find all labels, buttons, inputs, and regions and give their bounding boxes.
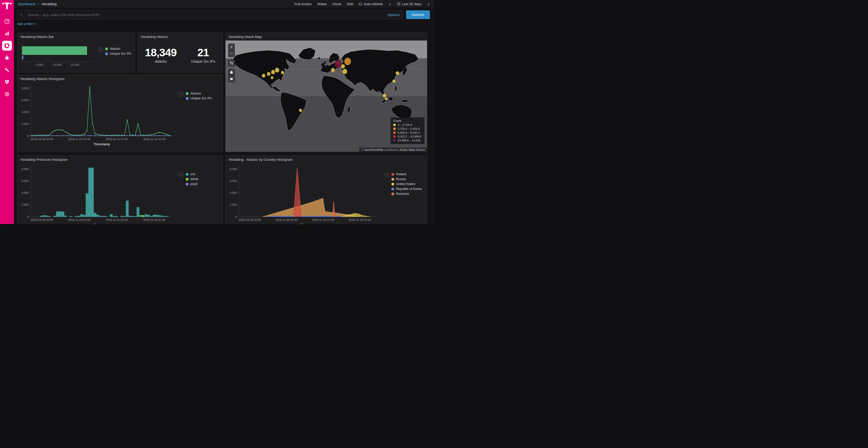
- map-polygon-tool-button[interactable]: [228, 69, 235, 76]
- add-filter-link[interactable]: Add a filter+: [17, 22, 36, 26]
- map-attack-circle[interactable]: [275, 68, 279, 72]
- map-attack-circle[interactable]: [396, 71, 399, 75]
- svg-text:2018-11-04 01:00: 2018-11-04 01:00: [68, 218, 90, 221]
- sidebar-item-settings[interactable]: [2, 89, 12, 99]
- refresh-button[interactable]: Refresh: [406, 10, 430, 19]
- time-forward-button[interactable]: ›: [427, 2, 430, 6]
- time-range-button[interactable]: Last 30 days: [397, 2, 422, 6]
- attacks-bar-chart[interactable]: 5,00010,00015,000: [20, 42, 96, 69]
- svg-text:10,000: 10,000: [53, 63, 62, 66]
- svg-text:2018-11-11 01:00: 2018-11-11 01:00: [106, 218, 128, 221]
- map-attack-circle[interactable]: [299, 109, 302, 112]
- map-attack-circle[interactable]: [331, 68, 335, 72]
- legend-label: Republic of Korea: [396, 187, 422, 191]
- sidebar-item-health[interactable]: [2, 77, 12, 87]
- legend-item[interactable]: telnet: [186, 177, 198, 181]
- polygon-icon: [230, 70, 233, 74]
- legend-item[interactable]: United States: [392, 182, 422, 186]
- time-back-button[interactable]: ‹: [389, 2, 391, 6]
- legend-dot: [392, 183, 394, 185]
- share-button[interactable]: Share: [317, 2, 327, 6]
- map-attack-circle[interactable]: [271, 70, 275, 74]
- legend-item[interactable]: vnc: [186, 172, 198, 176]
- svg-text:4,000: 4,000: [230, 191, 237, 194]
- svg-text:2018-10-28 02:00: 2018-10-28 02:00: [239, 218, 261, 221]
- map-attack-circle[interactable]: [385, 97, 388, 100]
- clone-button[interactable]: Clone: [332, 2, 341, 6]
- legend-item[interactable]: Romania: [392, 192, 422, 196]
- sidebar-item-dashboards-active[interactable]: [2, 41, 12, 50]
- map-attack-circle[interactable]: [267, 72, 271, 76]
- sidebar-item-attacks[interactable]: [2, 53, 12, 63]
- breadcrumb-current: Heralding: [41, 2, 57, 6]
- legend-dot: [392, 187, 394, 191]
- sidebar-item-tools[interactable]: [2, 65, 12, 75]
- legend-collapse-button[interactable]: ›: [179, 172, 184, 177]
- map-legend-row[interactable]: 10,908.6 – 13,635: [393, 139, 421, 142]
- legend-collapse-button[interactable]: ›: [179, 92, 184, 97]
- map-attack-circle[interactable]: [342, 69, 347, 74]
- map-zoom-in-button[interactable]: +: [228, 44, 235, 50]
- legend-item[interactable]: Republic of Korea: [392, 187, 422, 191]
- svg-text:2018-11-11 01:00: 2018-11-11 01:00: [106, 138, 128, 141]
- legend-label: vnc: [190, 172, 195, 176]
- sidebar-item-charts[interactable]: [2, 29, 12, 38]
- map-attack-circle[interactable]: [262, 74, 265, 78]
- map-legend-range: 3 – 2,729.4: [398, 123, 412, 127]
- search-box: >_ Options: [17, 10, 403, 20]
- auto-refresh-button[interactable]: Auto-refresh: [359, 2, 382, 6]
- map-attack-circle[interactable]: [341, 64, 345, 68]
- map-zoom-out-button[interactable]: −: [228, 50, 235, 57]
- map-legend-dot: [393, 128, 396, 130]
- top-navbar: Dashboard / Heralding Full screen Share …: [14, 0, 434, 8]
- plus-icon: +: [34, 22, 36, 26]
- world-map[interactable]: + −: [225, 40, 427, 152]
- svg-text:2018-11-18 01:00: 2018-11-18 01:00: [143, 138, 165, 141]
- svg-text:2018-11-04 01:00: 2018-11-04 01:00: [275, 218, 298, 221]
- svg-text:6,000: 6,000: [22, 179, 29, 182]
- legend-item[interactable]: Unique Src IPs: [105, 52, 131, 56]
- map-attack-circle[interactable]: [335, 60, 342, 68]
- protocols-histogram-chart[interactable]: 02,0004,0006,0008,0002018-10-28 02:00201…: [18, 163, 176, 224]
- legend-label: Attacks: [110, 47, 120, 50]
- crop-icon: [230, 61, 233, 65]
- legend-item[interactable]: Russia: [392, 177, 422, 181]
- legend-collapse-button[interactable]: ›: [384, 172, 389, 177]
- svg-text:8,000: 8,000: [22, 87, 29, 90]
- map-crop-tool-button[interactable]: [228, 60, 235, 66]
- options-link[interactable]: Options: [388, 13, 400, 17]
- panel-attack-map: Heralding Attack Map: [225, 33, 427, 152]
- openstreetmap-link[interactable]: OpenStreetMap: [364, 148, 383, 151]
- map-legend-row[interactable]: 5,455.8 – 8,182.2: [393, 131, 421, 134]
- country-histogram-chart[interactable]: 02,0004,0006,0008,0002018-10-28 02:00201…: [226, 163, 381, 224]
- panel-title: Heralding Attacks Histogram: [17, 75, 222, 82]
- panel-attacks-histogram: Heralding Attacks Histogram 02,0004,0006…: [17, 75, 223, 152]
- telekom-logo[interactable]: [2, 3, 11, 9]
- attacks-histogram-chart[interactable]: 02,0004,0006,0008,0002018-10-28 02:00201…: [18, 82, 176, 147]
- legend-collapse-button[interactable]: ›: [98, 47, 103, 52]
- search-input[interactable]: [27, 13, 385, 17]
- edit-button[interactable]: Edit: [347, 2, 353, 6]
- map-attack-circle[interactable]: [393, 79, 396, 83]
- full-screen-button[interactable]: Full screen: [294, 2, 312, 6]
- breadcrumb-separator: /: [38, 2, 39, 6]
- legend-item[interactable]: pop3: [186, 182, 198, 186]
- breadcrumb-dashboard-link[interactable]: Dashboard: [18, 2, 35, 6]
- legend-item[interactable]: Attacks: [186, 92, 212, 95]
- map-legend-row[interactable]: 8,182.2 – 10,908.6: [393, 135, 421, 138]
- legend-item[interactable]: Poland: [392, 172, 422, 176]
- map-attack-circle[interactable]: [382, 94, 386, 98]
- svg-text:2018-10-28 02:00: 2018-10-28 02:00: [31, 218, 53, 221]
- map-attack-circle[interactable]: [271, 76, 274, 79]
- legend-item[interactable]: Unique Src IPs: [186, 97, 212, 100]
- map-attack-circle[interactable]: [281, 71, 284, 74]
- map-rectangle-tool-button[interactable]: [228, 76, 235, 82]
- map-legend-row[interactable]: 2,729.4 – 5,455.8: [393, 127, 421, 130]
- legend-item[interactable]: Attacks: [105, 47, 131, 50]
- sidebar-item-gauge[interactable]: [2, 16, 12, 26]
- svg-text:2,000: 2,000: [22, 122, 29, 126]
- elastic-maps-service-link[interactable]: Elastic Maps Service: [400, 148, 425, 151]
- map-legend-row[interactable]: 3 – 2,729.4: [393, 123, 421, 127]
- map-attack-circle[interactable]: [344, 58, 351, 65]
- svg-text:4,000: 4,000: [22, 191, 29, 194]
